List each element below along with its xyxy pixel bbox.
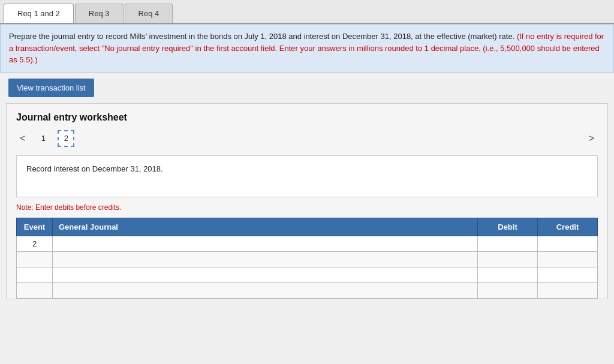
tab-req3[interactable]: Req 3 xyxy=(75,4,124,23)
debit-input-4[interactable] xyxy=(478,283,537,298)
page-navigation: < 1 2 > xyxy=(16,130,598,147)
journal-input-1[interactable] xyxy=(53,236,477,251)
debit-cell-3[interactable] xyxy=(478,267,538,282)
credit-input-4[interactable] xyxy=(538,283,597,298)
table-row: 2 xyxy=(17,236,598,251)
page-1-button[interactable]: 1 xyxy=(35,130,52,147)
record-card: Record interest on December 31, 2018. xyxy=(16,155,598,197)
journal-input-4[interactable] xyxy=(53,283,477,298)
event-cell-1: 2 xyxy=(17,236,53,251)
prev-page-arrow[interactable]: < xyxy=(16,132,29,145)
journal-cell-3[interactable] xyxy=(53,267,478,282)
worksheet-panel: Journal entry worksheet < 1 2 > Record i… xyxy=(6,103,608,299)
col-header-event: Event xyxy=(17,218,53,236)
journal-cell-1[interactable] xyxy=(53,236,478,251)
credit-input-1[interactable] xyxy=(538,236,597,251)
note-text: Note: Enter debits before credits. xyxy=(16,203,598,212)
event-cell-3 xyxy=(17,267,53,282)
col-header-journal: General Journal xyxy=(53,218,478,236)
debit-cell-4[interactable] xyxy=(478,282,538,298)
journal-cell-2[interactable] xyxy=(53,251,478,267)
journal-input-3[interactable] xyxy=(53,267,477,282)
credit-input-3[interactable] xyxy=(538,267,597,282)
event-cell-2 xyxy=(17,251,53,267)
table-row xyxy=(17,267,598,282)
debit-cell-1[interactable] xyxy=(478,236,538,251)
credit-cell-3[interactable] xyxy=(538,267,598,282)
journal-cell-4[interactable] xyxy=(53,282,478,298)
tab-req4[interactable]: Req 4 xyxy=(125,4,173,23)
debit-input-1[interactable] xyxy=(478,236,537,251)
tab-req1and2[interactable]: Req 1 and 2 xyxy=(4,4,74,23)
col-header-debit: Debit xyxy=(478,218,538,236)
col-header-credit: Credit xyxy=(538,218,598,236)
record-text: Record interest on December 31, 2018. xyxy=(26,164,163,173)
page-2-button[interactable]: 2 xyxy=(58,130,74,147)
journal-table: Event General Journal Debit Credit 2 xyxy=(16,218,598,299)
next-page-arrow[interactable]: > xyxy=(585,132,598,145)
instructions-box: Prepare the journal entry to record Mill… xyxy=(0,24,614,73)
credit-input-2[interactable] xyxy=(538,252,597,267)
debit-input-3[interactable] xyxy=(478,267,537,282)
worksheet-title: Journal entry worksheet xyxy=(16,112,598,123)
credit-cell-1[interactable] xyxy=(538,236,598,251)
journal-input-2[interactable] xyxy=(53,252,477,267)
view-transaction-button[interactable]: View transaction list xyxy=(8,79,94,97)
table-row xyxy=(17,282,598,298)
debit-cell-2[interactable] xyxy=(478,251,538,267)
credit-cell-4[interactable] xyxy=(538,282,598,298)
credit-cell-2[interactable] xyxy=(538,251,598,267)
debit-input-2[interactable] xyxy=(478,252,537,267)
event-cell-4 xyxy=(17,282,53,298)
instructions-main: Prepare the journal entry to record Mill… xyxy=(9,32,514,41)
table-row xyxy=(17,251,598,267)
tab-bar: Req 1 and 2 Req 3 Req 4 xyxy=(0,0,614,24)
